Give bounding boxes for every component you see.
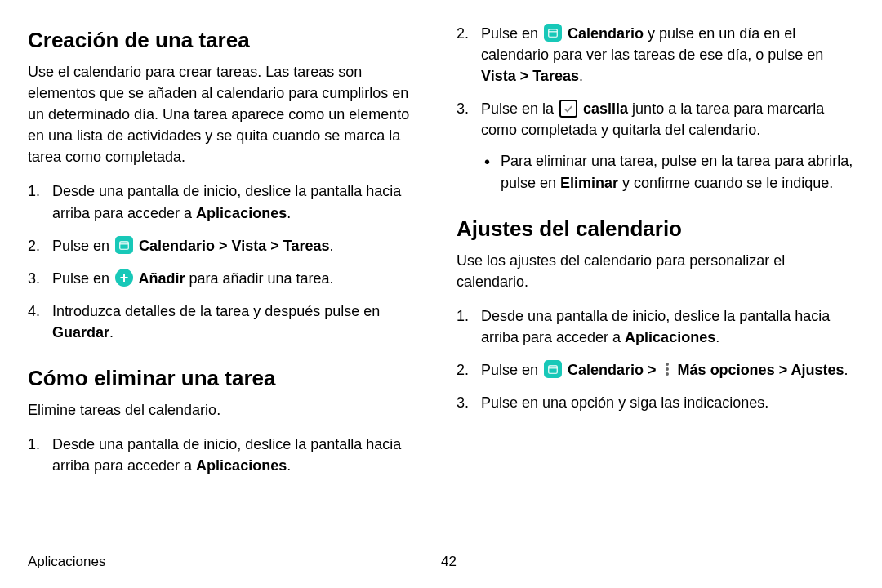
step-3: Pulse en + Añadir para añadir una tarea. xyxy=(28,268,425,289)
add-icon: + xyxy=(115,269,133,287)
step-2: Pulse en Calendario y pulse en un día en… xyxy=(457,23,854,87)
svg-rect-4 xyxy=(549,366,558,373)
step-1: Desde una pantalla de inicio, deslice la… xyxy=(457,305,854,348)
calendar-icon xyxy=(544,24,562,42)
calendar-icon xyxy=(115,236,133,254)
step-1: Desde una pantalla de inicio, deslice la… xyxy=(28,180,425,223)
page-footer: Aplicaciones 42 xyxy=(28,554,854,570)
heading-calendar-settings: Ajustes del calendario xyxy=(457,216,854,242)
steps-create-task: Desde una pantalla de inicio, deslice la… xyxy=(28,180,425,343)
steps-delete-task-part1: Desde una pantalla de inicio, deslice la… xyxy=(28,434,425,476)
step-3: Pulse en la casilla junto a la tarea par… xyxy=(457,98,854,193)
section-delete-task-cont: Pulse en Calendario y pulse en un día en… xyxy=(457,23,854,194)
steps-calendar-settings: Desde una pantalla de inicio, deslice la… xyxy=(457,305,854,413)
intro-delete-task: Elimine tareas del calendario. xyxy=(28,399,425,421)
steps-delete-task-part2: Pulse en Calendario y pulse en un día en… xyxy=(457,23,854,194)
step-1: Desde una pantalla de inicio, deslice la… xyxy=(28,434,425,476)
intro-create-task: Use el calendario para crear tareas. Las… xyxy=(28,61,425,167)
intro-calendar-settings: Use los ajustes del calendario para pers… xyxy=(457,250,854,292)
section-delete-task: Cómo eliminar una tarea Elimine tareas d… xyxy=(28,366,425,476)
substeps: Para eliminar una tarea, pulse en la tar… xyxy=(481,150,854,193)
step-4: Introduzca detalles de la tarea y despué… xyxy=(28,301,425,343)
more-options-icon xyxy=(662,360,672,378)
calendar-icon xyxy=(544,360,562,378)
step-2: Pulse en Calendario > Más opciones > Aju… xyxy=(457,359,854,381)
svg-rect-2 xyxy=(549,29,558,37)
heading-create-task: Creación de una tarea xyxy=(28,28,425,53)
step-2: Pulse en Calendario > Vista > Tareas. xyxy=(28,235,425,256)
section-calendar-settings: Ajustes del calendario Use los ajustes d… xyxy=(457,216,854,414)
footer-section-label: Aplicaciones xyxy=(28,554,441,570)
svg-rect-0 xyxy=(120,242,129,249)
heading-delete-task: Cómo eliminar una tarea xyxy=(28,366,425,391)
substep-1: Para eliminar una tarea, pulse en la tar… xyxy=(481,150,854,193)
step-3: Pulse en una opción y siga las indicacio… xyxy=(457,392,854,413)
footer-page-number: 42 xyxy=(441,554,457,570)
section-create-task: Creación de una tarea Use el calendario … xyxy=(28,28,425,343)
checkbox-icon xyxy=(559,100,577,118)
